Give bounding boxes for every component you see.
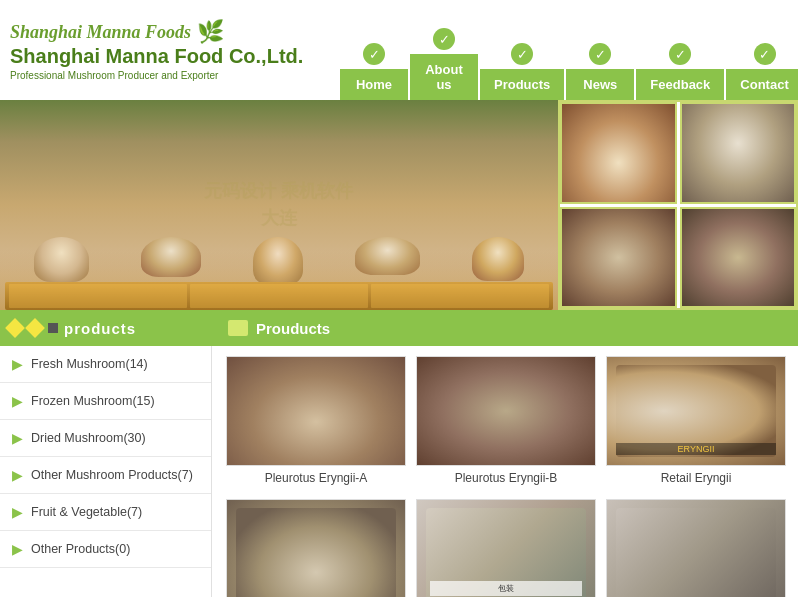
- nav-btn-products[interactable]: Products: [480, 69, 564, 100]
- logo-area: Shanghai Manna Foods 🌿 Shanghai Manna Fo…: [10, 5, 340, 95]
- nav-item-feedback[interactable]: ✓ Feedback: [636, 43, 724, 100]
- sidebar: ▶ Fresh Mushroom(14) ▶ Frozen Mushroom(1…: [0, 346, 212, 597]
- mushroom-scene: 元码设计 乘机软件 大连: [0, 100, 558, 310]
- thumb-1: [560, 102, 677, 204]
- hero-section: 元码设计 乘机软件 大连: [0, 100, 798, 310]
- product-row-2: 包装 www.marketplace.com.tw alibaba.com.cn: [226, 499, 786, 597]
- products-grid: Pleurotus Eryngii-A Pleurotus Eryngii-B …: [212, 346, 798, 597]
- arrow-icon-3: ▶: [12, 430, 23, 446]
- products-bar-left: products: [0, 310, 212, 346]
- hero-main-image: 元码设计 乘机软件 大连: [0, 100, 558, 310]
- diamond-icon-2: [25, 318, 45, 338]
- nav-btn-feedback[interactable]: Feedback: [636, 69, 724, 100]
- product-name-3: Retail Eryngii: [661, 471, 732, 485]
- main-content: ▶ Fresh Mushroom(14) ▶ Frozen Mushroom(1…: [0, 346, 798, 597]
- product-image-1: [226, 356, 406, 466]
- thumb-3: [560, 207, 677, 309]
- nav-btn-contact[interactable]: Contact: [726, 69, 798, 100]
- hero-thumbnails: [558, 100, 798, 310]
- arrow-icon-1: ▶: [12, 356, 23, 372]
- product-image-2: [416, 356, 596, 466]
- arrow-icon-5: ▶: [12, 504, 23, 520]
- sidebar-item-dried-mushroom[interactable]: ▶ Dried Mushroom(30): [0, 420, 211, 457]
- product-image-5: 包装 www.marketplace.com.tw: [416, 499, 596, 597]
- logo: Shanghai Manna Foods 🌿 Shanghai Manna Fo…: [10, 5, 320, 95]
- nav-item-home[interactable]: ✓ Home: [340, 43, 408, 100]
- logo-company: Shanghai Manna Food Co.,Ltd.: [10, 45, 320, 68]
- product-image-4: [226, 499, 406, 597]
- sidebar-label-3: Dried Mushroom(30): [31, 431, 146, 445]
- nav-check-about: ✓: [433, 28, 455, 50]
- product-card-5[interactable]: 包装 www.marketplace.com.tw: [416, 499, 596, 597]
- products-bar: products Prouducts: [0, 310, 798, 346]
- nav-check-products: ✓: [511, 43, 533, 65]
- products-bar-right: Prouducts: [212, 310, 798, 346]
- product-card-4[interactable]: [226, 499, 406, 597]
- products-bar-right-label: Prouducts: [256, 320, 330, 337]
- sidebar-item-other-products[interactable]: ▶ Other Products(0): [0, 531, 211, 568]
- sidebar-label-6: Other Products(0): [31, 542, 130, 556]
- diamond-icon-1: [5, 318, 25, 338]
- sidebar-label-2: Frozen Mushroom(15): [31, 394, 155, 408]
- sidebar-label-5: Fruit & Vegetable(7): [31, 505, 142, 519]
- product-card-6[interactable]: alibaba.com.cn: [606, 499, 786, 597]
- nav-btn-news[interactable]: News: [566, 69, 634, 100]
- sidebar-item-other-mushroom[interactable]: ▶ Other Mushroom Products(7): [0, 457, 211, 494]
- nav-btn-home[interactable]: Home: [340, 69, 408, 100]
- sidebar-item-fruit-vegetable[interactable]: ▶ Fruit & Vegetable(7): [0, 494, 211, 531]
- nav-item-products[interactable]: ✓ Products: [480, 43, 564, 100]
- header: Shanghai Manna Foods 🌿 Shanghai Manna Fo…: [0, 0, 798, 100]
- arrow-icon-6: ▶: [12, 541, 23, 557]
- nav-check-contact: ✓: [754, 43, 776, 65]
- arrow-icon-2: ▶: [12, 393, 23, 409]
- product-card-3[interactable]: ERYNGII Retail Eryngii: [606, 356, 786, 485]
- main-nav: ✓ Home ✓ About us ✓ Products ✓ News ✓ Fe…: [340, 0, 798, 100]
- thumb-2: [680, 102, 797, 204]
- nav-check-home: ✓: [363, 43, 385, 65]
- logo-script: Shanghai Manna Foods: [10, 22, 191, 43]
- products-bar-left-label: products: [64, 320, 136, 337]
- bar-folder-icon: [228, 320, 248, 336]
- nav-check-news: ✓: [589, 43, 611, 65]
- thumb-4: [680, 207, 797, 309]
- product-name-2: Pleurotus Eryngii-B: [455, 471, 558, 485]
- sidebar-item-fresh-mushroom[interactable]: ▶ Fresh Mushroom(14): [0, 346, 211, 383]
- nav-btn-about[interactable]: About us: [410, 54, 478, 100]
- product-card-2[interactable]: Pleurotus Eryngii-B: [416, 356, 596, 485]
- product-image-3: ERYNGII: [606, 356, 786, 466]
- product-name-1: Pleurotus Eryngii-A: [265, 471, 368, 485]
- product-row-1: Pleurotus Eryngii-A Pleurotus Eryngii-B …: [226, 356, 786, 485]
- nav-item-about[interactable]: ✓ About us: [410, 28, 478, 100]
- product-image-6: alibaba.com.cn: [606, 499, 786, 597]
- product-card-1[interactable]: Pleurotus Eryngii-A: [226, 356, 406, 485]
- arrow-icon-4: ▶: [12, 467, 23, 483]
- square-icon: [48, 323, 58, 333]
- watermark-text: 元码设计 乘机软件 大连: [204, 178, 353, 232]
- sidebar-label-4: Other Mushroom Products(7): [31, 468, 193, 482]
- nav-item-contact[interactable]: ✓ Contact: [726, 43, 798, 100]
- nav-check-feedback: ✓: [669, 43, 691, 65]
- logo-subtitle: Professional Mushroom Producer and Expor…: [10, 70, 320, 81]
- sidebar-label-1: Fresh Mushroom(14): [31, 357, 148, 371]
- nav-item-news[interactable]: ✓ News: [566, 43, 634, 100]
- logo-leaf-icon: 🌿: [197, 19, 224, 45]
- sidebar-item-frozen-mushroom[interactable]: ▶ Frozen Mushroom(15): [0, 383, 211, 420]
